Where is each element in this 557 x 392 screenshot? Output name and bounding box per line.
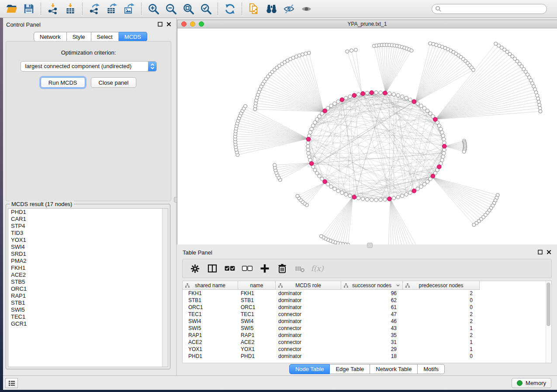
- table-row[interactable]: PHD1PHD1dominator180: [183, 353, 551, 360]
- column-header-predecessor-nodes[interactable]: predecessor nodes: [403, 281, 480, 289]
- network-node[interactable]: [536, 97, 540, 100]
- deselect-all-button[interactable]: [240, 261, 254, 275]
- network-node[interactable]: [462, 150, 466, 153]
- memory-button[interactable]: Memory: [512, 378, 551, 388]
- tab-style[interactable]: Style: [67, 32, 91, 41]
- select-all-button[interactable]: [223, 261, 237, 275]
- network-node[interactable]: [306, 148, 310, 151]
- tab-node-table[interactable]: Node Table: [289, 364, 330, 374]
- network-node[interactable]: [306, 144, 310, 148]
- network-node[interactable]: [365, 198, 369, 201]
- mcds-result-item[interactable]: STB1: [8, 299, 168, 306]
- network-node[interactable]: [471, 68, 475, 72]
- network-node[interactable]: [344, 96, 348, 100]
- table-row[interactable]: RAP1RAP1dominator352: [183, 332, 551, 339]
- network-node[interactable]: [350, 49, 353, 52]
- column-header-name[interactable]: name: [238, 281, 276, 289]
- mcds-dominator-node[interactable]: [361, 92, 365, 96]
- tab-network-table[interactable]: Network Table: [370, 364, 418, 374]
- network-node[interactable]: [310, 127, 313, 131]
- network-node[interactable]: [441, 134, 445, 138]
- import-network-button[interactable]: [44, 1, 62, 16]
- criterion-dropdown[interactable]: largest connected component (undirected): [21, 61, 157, 72]
- column-header-shared-name[interactable]: shared name: [183, 281, 238, 289]
- network-node[interactable]: [304, 52, 308, 55]
- network-node[interactable]: [405, 96, 408, 100]
- network-node[interactable]: [273, 163, 277, 167]
- mcds-list-scrollbar[interactable]: [162, 209, 168, 367]
- maximize-window-icon[interactable]: [199, 21, 204, 27]
- delete-column-button[interactable]: [275, 261, 289, 275]
- float-panel-icon[interactable]: [158, 22, 163, 27]
- mcds-dominator-node[interactable]: [323, 109, 327, 113]
- network-node[interactable]: [538, 107, 542, 110]
- mcds-result-item[interactable]: STP4: [8, 223, 168, 230]
- mcds-result-item[interactable]: PHD1: [8, 209, 168, 216]
- network-node[interactable]: [329, 185, 333, 188]
- mcds-result-item[interactable]: SWI4: [8, 244, 168, 251]
- mcds-result-item[interactable]: GCR1: [8, 320, 168, 327]
- network-node[interactable]: [422, 182, 426, 186]
- network-node[interactable]: [333, 102, 336, 105]
- close-window-icon[interactable]: [181, 21, 187, 27]
- mcds-dominator-node[interactable]: [352, 93, 356, 98]
- network-node[interactable]: [348, 194, 352, 197]
- mcds-result-item[interactable]: TID3: [8, 230, 168, 237]
- export-table-button[interactable]: [103, 1, 121, 16]
- mcds-dominator-node[interactable]: [340, 98, 344, 102]
- mcds-dominator-node[interactable]: [370, 91, 374, 95]
- network-node[interactable]: [356, 93, 360, 96]
- network-node[interactable]: [426, 180, 429, 183]
- zoom-in-button[interactable]: [145, 1, 162, 16]
- tab-mcds[interactable]: MCDS: [119, 32, 147, 41]
- network-node[interactable]: [370, 198, 374, 202]
- task-history-button[interactable]: [5, 378, 18, 388]
- table-scrollbar[interactable]: [546, 281, 551, 363]
- tab-edge-table[interactable]: Edge Table: [330, 364, 370, 374]
- mcds-result-item[interactable]: ACE2: [8, 272, 168, 279]
- network-node[interactable]: [416, 187, 419, 190]
- network-node[interactable]: [307, 151, 310, 155]
- close-panel-icon[interactable]: [166, 22, 171, 27]
- mcds-result-item[interactable]: FKH1: [8, 265, 168, 272]
- mcds-result-item[interactable]: TEC1: [8, 313, 168, 320]
- network-node[interactable]: [408, 98, 412, 101]
- float-panel-icon[interactable]: [538, 250, 543, 254]
- zoom-out-button[interactable]: [162, 1, 180, 16]
- table-row[interactable]: SWI5SWI5connector431: [183, 325, 551, 332]
- network-node[interactable]: [354, 48, 357, 52]
- mcds-result-item[interactable]: YOX1: [8, 237, 168, 244]
- network-node[interactable]: [344, 193, 348, 196]
- mcds-dominator-node[interactable]: [412, 189, 416, 193]
- mcds-dominator-node[interactable]: [437, 165, 442, 169]
- network-node[interactable]: [419, 104, 423, 107]
- network-node[interactable]: [437, 124, 441, 127]
- network-node[interactable]: [396, 195, 400, 199]
- mcds-dominator-node[interactable]: [412, 100, 416, 104]
- network-node[interactable]: [244, 104, 247, 108]
- network-node[interactable]: [379, 91, 382, 94]
- mcds-dominator-node[interactable]: [442, 144, 446, 148]
- network-node[interactable]: [307, 51, 311, 55]
- network-node[interactable]: [383, 198, 387, 201]
- mcds-result-item[interactable]: RAP1: [8, 292, 168, 299]
- network-node[interactable]: [374, 91, 378, 94]
- mcds-result-item[interactable]: SWI5: [8, 306, 168, 313]
- tab-motifs[interactable]: Motifs: [418, 364, 445, 374]
- tab-select[interactable]: Select: [91, 32, 119, 41]
- network-node[interactable]: [308, 155, 311, 158]
- save-session-button[interactable]: [20, 1, 38, 16]
- network-node[interactable]: [472, 223, 476, 227]
- network-node[interactable]: [539, 110, 542, 113]
- network-node[interactable]: [401, 194, 404, 197]
- apply-layout-button[interactable]: [221, 1, 239, 16]
- mcds-dominator-node[interactable]: [323, 179, 327, 184]
- new-network-from-selection-button[interactable]: [245, 1, 263, 16]
- network-node[interactable]: [336, 189, 340, 193]
- network-node[interactable]: [340, 191, 344, 194]
- export-image-button[interactable]: [121, 1, 138, 16]
- mcds-result-item[interactable]: CAR1: [8, 216, 168, 223]
- network-node[interactable]: [441, 155, 445, 158]
- network-node[interactable]: [374, 198, 378, 202]
- table-row[interactable]: FKH1FKH1dominator962: [183, 290, 551, 297]
